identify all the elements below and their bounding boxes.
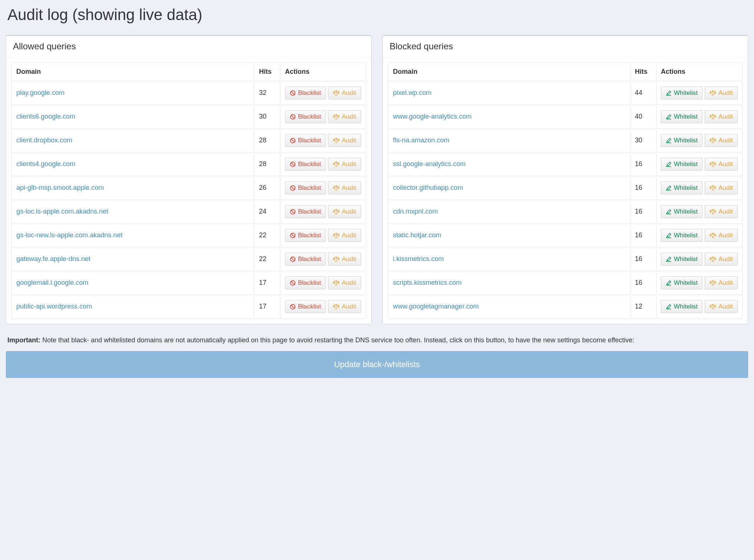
actions-cell: WhitelistAudit <box>656 105 742 129</box>
audit-button[interactable]: Audit <box>328 86 361 99</box>
domain-link[interactable]: clients4.google.com <box>16 160 75 168</box>
domain-link[interactable]: client.dropbox.com <box>16 136 72 144</box>
domain-link[interactable]: gs-loc-new.ls-apple.com.akadns.net <box>16 231 122 239</box>
scale-icon <box>709 280 716 286</box>
table-row: clients4.google.com28BlacklistAudit <box>12 152 366 176</box>
table-row: clients6.google.com30BlacklistAudit <box>12 105 366 129</box>
allowed-table: Domain Hits Actions play.google.com32Bla… <box>12 62 366 319</box>
domain-link[interactable]: www.google-analytics.com <box>393 113 472 120</box>
whitelist-button[interactable]: Whitelist <box>661 253 702 266</box>
blacklist-button[interactable]: Blacklist <box>285 134 326 147</box>
whitelist-button[interactable]: Whitelist <box>661 205 702 218</box>
blacklist-button-label: Blacklist <box>298 280 321 286</box>
audit-button[interactable]: Audit <box>328 110 361 123</box>
blacklist-button[interactable]: Blacklist <box>285 181 326 194</box>
domain-link[interactable]: fls-na.amazon.com <box>393 136 449 144</box>
audit-button[interactable]: Audit <box>705 276 738 289</box>
whitelist-button[interactable]: Whitelist <box>661 158 702 171</box>
svg-line-7 <box>291 115 294 118</box>
blacklist-button[interactable]: Blacklist <box>285 253 326 266</box>
edit-icon <box>666 185 672 191</box>
audit-button[interactable]: Audit <box>328 253 361 266</box>
scale-icon <box>709 114 716 120</box>
audit-button-label: Audit <box>342 280 356 286</box>
hits-value: 17 <box>254 271 280 295</box>
domain-link[interactable]: cdn.mxpnl.com <box>393 208 438 215</box>
audit-button[interactable]: Audit <box>705 300 738 313</box>
svg-line-37 <box>291 234 294 237</box>
domain-link[interactable]: clients6.google.com <box>16 113 75 120</box>
note-strong: Important: <box>7 336 40 344</box>
audit-button[interactable]: Audit <box>328 181 361 194</box>
actions-cell: BlacklistAudit <box>280 295 365 319</box>
hits-value: 16 <box>630 271 656 295</box>
blacklist-button[interactable]: Blacklist <box>285 158 326 171</box>
blacklist-button[interactable]: Blacklist <box>285 276 326 289</box>
whitelist-button[interactable]: Whitelist <box>661 229 702 242</box>
audit-button[interactable]: Audit <box>705 253 738 266</box>
domain-link[interactable]: pixel.wp.com <box>393 89 432 96</box>
domain-link[interactable]: i.kissmetrics.com <box>393 255 444 263</box>
blacklist-button-label: Blacklist <box>298 161 321 167</box>
domain-link[interactable]: public-api.wordpress.com <box>16 303 92 310</box>
audit-button[interactable]: Audit <box>705 181 738 194</box>
blacklist-button[interactable]: Blacklist <box>285 110 326 123</box>
domain-link[interactable]: collector.githubapp.com <box>393 184 463 191</box>
whitelist-button[interactable]: Whitelist <box>661 300 702 313</box>
whitelist-button[interactable]: Whitelist <box>661 110 702 123</box>
domain-link[interactable]: ssl.google-analytics.com <box>393 160 466 168</box>
domain-link[interactable]: www.googletagmanager.com <box>393 303 479 310</box>
whitelist-button[interactable]: Whitelist <box>661 181 702 194</box>
whitelist-button[interactable]: Whitelist <box>661 86 702 99</box>
audit-button[interactable]: Audit <box>328 158 361 171</box>
audit-button[interactable]: Audit <box>328 300 361 313</box>
audit-button-label: Audit <box>342 256 356 262</box>
blacklist-button[interactable]: Blacklist <box>285 86 326 99</box>
audit-button[interactable]: Audit <box>328 276 361 289</box>
table-row: gateway.fe.apple-dns.net22BlacklistAudit <box>12 247 366 271</box>
audit-button-label: Audit <box>718 90 733 96</box>
domain-link[interactable]: googlemail.l.google.com <box>16 279 88 286</box>
table-row: collector.githubapp.com16WhitelistAudit <box>389 176 742 200</box>
domain-link[interactable]: gateway.fe.apple-dns.net <box>16 255 91 263</box>
whitelist-button[interactable]: Whitelist <box>661 276 702 289</box>
whitelist-button-label: Whitelist <box>674 185 698 191</box>
audit-button[interactable]: Audit <box>705 86 738 99</box>
table-row: i.kissmetrics.com16WhitelistAudit <box>389 247 742 271</box>
scale-icon <box>333 280 340 286</box>
actions-cell: WhitelistAudit <box>656 295 742 319</box>
hits-value: 16 <box>630 176 656 200</box>
audit-button[interactable]: Audit <box>328 229 361 242</box>
audit-button[interactable]: Audit <box>328 134 361 147</box>
domain-link[interactable]: static.hotjar.com <box>393 231 441 239</box>
blacklist-button[interactable]: Blacklist <box>285 229 326 242</box>
audit-button[interactable]: Audit <box>328 205 361 218</box>
svg-point-83 <box>712 209 713 210</box>
domain-link[interactable]: gs-loc.ls-apple.com.akadns.net <box>16 208 108 215</box>
edit-icon <box>666 280 672 286</box>
hits-value: 44 <box>630 81 656 105</box>
audit-button[interactable]: Audit <box>705 110 738 123</box>
edit-icon <box>666 304 672 310</box>
audit-button[interactable]: Audit <box>705 205 738 218</box>
blacklist-button[interactable]: Blacklist <box>285 205 326 218</box>
table-row: gs-loc-new.ls-apple.com.akadns.net22Blac… <box>12 224 366 247</box>
update-lists-button[interactable]: Update black-/whitelists <box>6 351 748 378</box>
whitelist-button-label: Whitelist <box>674 256 698 262</box>
domain-link[interactable]: scripts.kissmetrics.com <box>393 279 462 286</box>
scale-icon <box>333 209 340 215</box>
domain-link[interactable]: api-glb-msp.smoot.apple.com <box>16 184 104 191</box>
audit-button[interactable]: Audit <box>705 229 738 242</box>
audit-button-label: Audit <box>342 90 356 96</box>
blacklist-button-label: Blacklist <box>298 303 321 310</box>
domain-link[interactable]: play.google.com <box>16 89 65 96</box>
audit-button-label: Audit <box>718 232 733 238</box>
hits-value: 22 <box>254 247 280 271</box>
audit-button[interactable]: Audit <box>705 134 738 147</box>
svg-line-43 <box>291 257 294 261</box>
audit-button[interactable]: Audit <box>705 158 738 171</box>
hits-value: 16 <box>630 152 656 176</box>
blacklist-button[interactable]: Blacklist <box>285 300 326 313</box>
whitelist-button[interactable]: Whitelist <box>661 134 702 147</box>
table-row: www.google-analytics.com40WhitelistAudit <box>389 105 742 129</box>
